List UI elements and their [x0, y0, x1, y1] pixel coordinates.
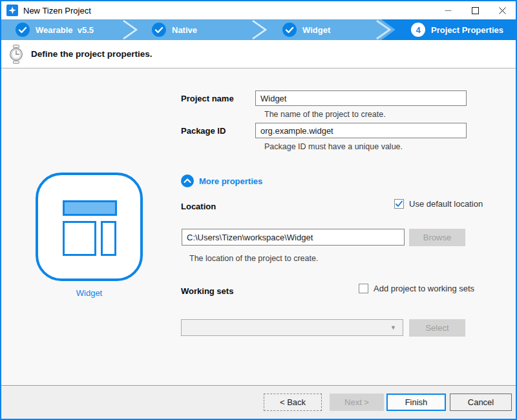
more-properties-label: More properties	[199, 176, 262, 186]
chevron-up-icon	[181, 174, 194, 187]
package-id-label: Package ID	[181, 126, 226, 136]
chevron-down-icon: ▼	[390, 324, 396, 331]
checkbox-checked-icon[interactable]	[394, 199, 404, 209]
add-to-working-sets-checkbox[interactable]: Add project to working sets	[359, 284, 474, 293]
step-label: Project Properties	[431, 25, 503, 35]
package-id-input[interactable]	[255, 123, 467, 138]
close-icon[interactable]	[489, 1, 516, 19]
step-separator-icon	[251, 19, 268, 40]
project-name-input[interactable]	[255, 90, 467, 106]
page-header: Define the project properties.	[1, 40, 516, 68]
tizen-logo-icon	[6, 5, 18, 16]
content-area: Widget Project name The name of the proj…	[1, 68, 516, 385]
preview-right-panel	[101, 221, 116, 256]
step-native[interactable]: Native	[152, 19, 197, 40]
checkbox-unchecked-icon[interactable]	[359, 284, 368, 293]
check-icon	[282, 23, 297, 37]
working-sets-label: Working sets	[181, 286, 233, 296]
project-name-label: Project name	[181, 94, 234, 103]
browse-button[interactable]: Browse	[409, 229, 465, 246]
use-default-location-label[interactable]: Use default location	[409, 199, 483, 209]
preview-top-bar	[63, 200, 117, 216]
working-sets-dropdown[interactable]: ▼	[181, 319, 403, 336]
button-bar: < Back Next > Finish Cancel	[1, 385, 516, 419]
page-description: Define the project properties.	[31, 49, 153, 59]
preview-label: Widget	[36, 288, 143, 298]
step-label: Widget	[302, 25, 330, 35]
window-controls	[434, 1, 516, 19]
step-number-badge: 4	[411, 23, 425, 37]
step-label: Wearable v5.5	[36, 25, 94, 35]
step-wearable[interactable]: Wearable v5.5	[16, 19, 94, 40]
maximize-icon[interactable]	[461, 1, 489, 19]
more-properties-toggle[interactable]: More properties	[181, 174, 262, 187]
add-to-working-sets-label[interactable]: Add project to working sets	[374, 284, 474, 293]
minimize-icon[interactable]	[434, 1, 461, 19]
step-widget[interactable]: Widget	[282, 19, 330, 40]
finish-button[interactable]: Finish	[386, 394, 446, 411]
package-id-hint: Package ID must have a unique value.	[264, 142, 403, 151]
check-icon	[16, 23, 30, 37]
select-button[interactable]: Select	[409, 319, 465, 337]
window-title: New Tizen Project	[23, 6, 91, 16]
wizard-steps-bar: Wearable v5.5 Native Widget 4 Project Pr…	[1, 19, 516, 40]
step-separator-icon	[121, 19, 138, 40]
use-default-location-checkbox[interactable]: Use default location	[394, 199, 483, 209]
step-label: Native	[172, 25, 197, 35]
new-tizen-project-dialog: New Tizen Project Wearable v5.5	[0, 0, 517, 420]
next-button[interactable]: Next >	[330, 394, 384, 411]
titlebar: New Tizen Project	[1, 1, 516, 19]
step-project-properties[interactable]: 4 Project Properties	[411, 19, 503, 40]
preview-left-panel	[63, 221, 96, 256]
location-hint: The location of the project to create.	[189, 254, 318, 263]
check-icon	[152, 23, 166, 37]
cancel-button[interactable]: Cancel	[450, 394, 512, 411]
back-button[interactable]: < Back	[264, 394, 322, 411]
location-label: Location	[181, 202, 216, 211]
location-input[interactable]	[182, 229, 405, 246]
project-name-hint: The name of the project to create.	[264, 110, 386, 119]
widget-template-preview	[36, 173, 143, 281]
watch-icon	[9, 45, 23, 64]
